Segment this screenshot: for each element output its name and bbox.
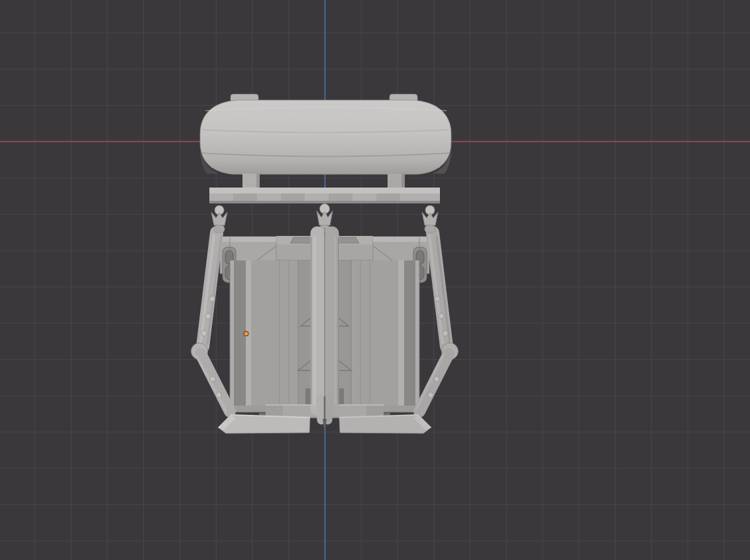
rail-segment (233, 194, 257, 201)
rail-bottom-edge (209, 201, 440, 203)
drum-body (200, 100, 451, 174)
object-origin-point (244, 331, 248, 336)
arm-bump (201, 331, 207, 336)
arm-bump (439, 313, 444, 319)
center-piston[interactable] (311, 228, 339, 429)
arm-bump (205, 313, 211, 319)
arm-bump (210, 376, 215, 382)
arm-bump (428, 392, 433, 398)
arm-bump (443, 331, 448, 336)
knuckle-neck (425, 225, 435, 233)
arm-bump (434, 376, 439, 382)
mount-rail[interactable] (209, 188, 440, 203)
panel-left (251, 260, 298, 406)
rail-segment (281, 194, 305, 201)
shoulder-left-top (220, 237, 276, 242)
3d-viewport[interactable] (0, 0, 750, 560)
rail-segment (376, 194, 400, 201)
panel-edge-left (230, 260, 234, 406)
knuckle-neck (214, 225, 225, 233)
panel-edge-right (415, 260, 419, 406)
panel-right (351, 260, 398, 406)
shoulder-right-top (373, 237, 429, 242)
rail-segment (329, 194, 352, 201)
arm-bump (435, 296, 440, 302)
prong-left (320, 398, 321, 420)
arm-bump (216, 392, 221, 398)
panel-light-right (398, 260, 404, 406)
prong-right (328, 398, 329, 420)
roller-drum[interactable] (200, 94, 451, 174)
arm-bump (209, 296, 215, 302)
rail-top-bevel (209, 188, 440, 194)
model-gripper-claw[interactable] (191, 94, 458, 433)
panel-dark-right (404, 260, 415, 406)
